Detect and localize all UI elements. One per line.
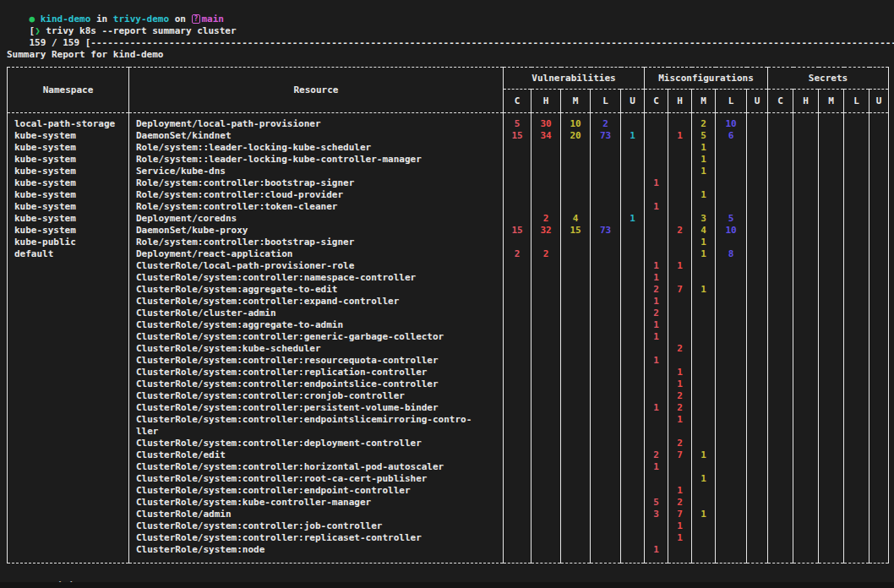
count-cell: [668, 154, 692, 166]
count-cell: [768, 331, 793, 343]
count-cell: 34: [531, 130, 561, 142]
count-cell: [668, 544, 692, 564]
count-cell: [531, 390, 561, 402]
count-cell: [504, 532, 531, 544]
count-cell: [716, 343, 747, 355]
count-cell: [869, 509, 889, 520]
count-cell: [621, 390, 645, 402]
table-row: ClusterRole/system:aggregate-to-admin1: [8, 319, 889, 331]
count-cell: [531, 154, 561, 166]
resource-cell: Role/system::leader-locking-kube-control…: [129, 154, 504, 166]
count-cell: [621, 113, 645, 131]
count-cell: [747, 461, 768, 473]
count-cell: [747, 497, 768, 509]
count-cell: [561, 485, 591, 497]
count-cell: [621, 154, 645, 166]
count-cell: 1: [668, 520, 692, 532]
count-cell: [819, 284, 844, 296]
count-cell: [844, 355, 869, 367]
resource-cell: Role/system::leader-locking-kube-schedul…: [129, 142, 504, 154]
namespace-cell: [8, 485, 129, 497]
count-cell: [768, 390, 793, 402]
count-cell: [668, 473, 692, 485]
count-cell: [768, 367, 793, 378]
count-cell: [668, 237, 692, 248]
count-cell: [844, 213, 869, 225]
count-cell: [768, 438, 793, 449]
count-cell: [591, 497, 621, 509]
count-cell: [716, 201, 747, 213]
terminal-window[interactable]: ● kind-demo in trivy-demo on ?main [❯ tr…: [0, 0, 894, 588]
resource-cell: ClusterRole/system:controller:root-ca-ce…: [129, 473, 504, 485]
table-row: kube-systemService/kube-dns1: [8, 166, 889, 177]
count-cell: [692, 272, 716, 284]
count-cell: [504, 260, 531, 272]
count-cell: [692, 355, 716, 367]
count-cell: [716, 308, 747, 319]
count-cell: [591, 166, 621, 177]
count-cell: [819, 272, 844, 284]
count-cell: [869, 414, 889, 438]
count-cell: [716, 260, 747, 272]
count-cell: [591, 260, 621, 272]
count-cell: [768, 355, 793, 367]
count-cell: [561, 402, 591, 414]
count-cell: [869, 225, 889, 237]
count-cell: [869, 142, 889, 154]
count-cell: [768, 520, 793, 532]
namespace-cell: [8, 319, 129, 331]
count-cell: [561, 296, 591, 308]
count-cell: [747, 331, 768, 343]
count-cell: [645, 343, 668, 355]
count-cell: [561, 367, 591, 378]
namespace-cell: [8, 284, 129, 296]
count-cell: [819, 130, 844, 142]
count-cell: [844, 284, 869, 296]
count-cell: [793, 201, 819, 213]
count-cell: [869, 248, 889, 260]
count-cell: [531, 473, 561, 485]
count-cell: [504, 402, 531, 414]
count-cell: [531, 343, 561, 355]
count-cell: 1: [668, 260, 692, 272]
count-cell: [621, 331, 645, 343]
count-cell: 1: [692, 449, 716, 461]
count-cell: [668, 272, 692, 284]
count-cell: [793, 319, 819, 331]
count-cell: [716, 438, 747, 449]
namespace-cell: [8, 520, 129, 532]
count-cell: [645, 166, 668, 177]
count-cell: 5: [716, 213, 747, 225]
namespace-cell: kube-system: [8, 225, 129, 237]
table-row: ClusterRole/system:controller:replicatio…: [8, 367, 889, 378]
report-table-body: local-path-storageDeployment/local-path-…: [8, 113, 889, 564]
count-cell: [819, 497, 844, 509]
table-row: ClusterRole/system:controller:endpointsl…: [8, 378, 889, 390]
table-row: ClusterRole/edit271: [8, 449, 889, 461]
count-cell: [869, 237, 889, 248]
count-cell: [768, 248, 793, 260]
count-cell: [591, 390, 621, 402]
count-cell: [692, 402, 716, 414]
count-cell: [531, 532, 561, 544]
count-cell: [591, 355, 621, 367]
count-cell: [844, 272, 869, 284]
namespace-cell: [8, 414, 129, 438]
count-cell: [561, 461, 591, 473]
count-cell: [621, 260, 645, 272]
table-row: ClusterRole/system:controller:generic-ga…: [8, 331, 889, 343]
count-cell: [561, 532, 591, 544]
count-cell: [768, 532, 793, 544]
namespace-cell: kube-public: [8, 237, 129, 248]
count-cell: [504, 237, 531, 248]
count-cell: [692, 331, 716, 343]
count-cell: [531, 520, 561, 532]
namespace-cell: [8, 331, 129, 343]
count-cell: [621, 177, 645, 189]
table-row: ClusterRole/system:controller:namespace-…: [8, 272, 889, 284]
count-cell: [747, 378, 768, 390]
count-cell: [504, 497, 531, 509]
count-cell: [747, 189, 768, 201]
count-cell: [621, 248, 645, 260]
table-row: kube-systemRole/system:controller:cloud-…: [8, 189, 889, 201]
